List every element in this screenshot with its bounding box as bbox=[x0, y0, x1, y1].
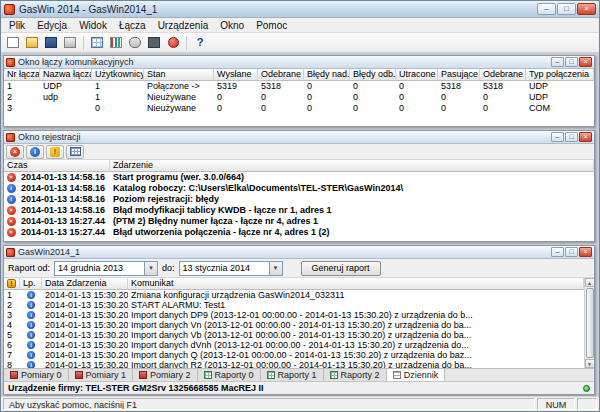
menu-item-urzadzenia[interactable]: Urządzenia bbox=[152, 19, 215, 32]
links-minimize-button[interactable] bbox=[551, 57, 564, 67]
scroll-down-icon[interactable] bbox=[585, 359, 595, 368]
lp-cell: 1 bbox=[4, 290, 20, 300]
close-button[interactable] bbox=[577, 3, 596, 15]
report-row[interactable]: 5i2014-01-13 15:30.20Import danych Vb (2… bbox=[4, 330, 584, 340]
log-row[interactable]: i2014-01-13 14:58.16Poziom rejestracji: … bbox=[4, 194, 594, 205]
chevron-down-icon[interactable] bbox=[144, 262, 157, 275]
open-folder-button[interactable] bbox=[23, 34, 41, 51]
links-window-titlebar[interactable]: Okno łączy komunikacyjnych bbox=[4, 56, 594, 69]
print-button[interactable] bbox=[61, 34, 79, 51]
report-minimize-button[interactable] bbox=[551, 247, 564, 257]
report-row[interactable]: 7i2014-01-13 15:30.20Import danych Q (20… bbox=[4, 350, 584, 360]
scrollbar-thumb[interactable] bbox=[586, 288, 594, 358]
log-window-titlebar[interactable]: Okno rejestracji bbox=[4, 131, 594, 144]
column-header-zdarzenie[interactable]: Zdarzenie bbox=[110, 160, 594, 172]
message-cell: Import danych DP9 (2013-12-01 00:00.00 -… bbox=[128, 310, 584, 320]
table-button[interactable] bbox=[88, 34, 106, 51]
menu-item-plik[interactable]: Plik bbox=[3, 19, 31, 32]
links-window-icon bbox=[6, 58, 15, 67]
tab-pomiary-1[interactable]: Pomiary 1 bbox=[69, 369, 134, 381]
menu-item-edycja[interactable]: Edycja bbox=[31, 19, 73, 32]
info-filter-button[interactable]: i bbox=[26, 145, 44, 159]
report-window-titlebar[interactable]: GasWin2014_1 bbox=[4, 246, 594, 259]
report-row[interactable]: 1i2014-01-13 15:30.20Zmiana konfiguracji… bbox=[4, 290, 584, 300]
log-row[interactable]: ×2014-01-13 14:58.16Start programu (wer.… bbox=[4, 172, 594, 183]
log-row[interactable]: ×2014-01-13 15:27.44Błąd utworzenia połą… bbox=[4, 227, 594, 238]
connection-status-icon bbox=[583, 385, 590, 392]
vertical-scrollbar[interactable] bbox=[584, 278, 594, 368]
save-button[interactable] bbox=[42, 34, 60, 51]
column-header-wyslane[interactable]: Wysłane bbox=[214, 69, 258, 81]
tab-raporty-2[interactable]: Raporty 2 bbox=[324, 369, 387, 381]
log-event-cell: Błąd modyfikacji tablicy KWDB - łącze nr… bbox=[110, 205, 594, 216]
chevron-down-icon[interactable] bbox=[269, 262, 282, 275]
report-row[interactable]: 4i2014-01-13 15:30.20Import danych Vn (2… bbox=[4, 320, 584, 330]
alarm-button[interactable] bbox=[164, 34, 182, 51]
menu-item-okno[interactable]: Okno bbox=[214, 19, 250, 32]
column-header-uzytkownicy[interactable]: Użytkownicy bbox=[92, 69, 144, 81]
column-header-bledy-nad[interactable]: Błędy nad. bbox=[304, 69, 350, 81]
column-header-typ-polaczenia[interactable]: Typ połączenia bbox=[526, 69, 594, 81]
warning-filter-button[interactable]: ! bbox=[46, 145, 64, 159]
column-header-czas[interactable]: Czas bbox=[4, 160, 110, 172]
grid-button[interactable] bbox=[66, 145, 84, 159]
log-close-button[interactable] bbox=[579, 132, 592, 142]
menu-item-lacza[interactable]: Łącza bbox=[113, 19, 152, 32]
links-table-row[interactable]: 1UDP1Połączone ->5319531800053185318UDP bbox=[4, 81, 594, 92]
report-window-icon bbox=[6, 248, 15, 257]
chart-button[interactable] bbox=[107, 34, 125, 51]
log-time-cell: 2014-01-13 14:58.16 bbox=[18, 205, 110, 216]
titlebar[interactable]: GasWin 2014 - GasWin2014_1 bbox=[1, 1, 599, 18]
tab-pomiary-2[interactable]: Pomiary 2 bbox=[133, 369, 198, 381]
tab-pomiary-0[interactable]: Pomiary 0 bbox=[4, 369, 69, 381]
generate-report-button[interactable]: Generuj raport bbox=[301, 261, 381, 276]
report-row[interactable]: 6i2014-01-13 15:30.20Import danych dVnh … bbox=[4, 340, 584, 350]
column-header-nr-lacza[interactable]: Nr łącza bbox=[4, 69, 40, 81]
report-row[interactable]: 8i2014-01-13 15:30.20Import danych R2 (2… bbox=[4, 360, 584, 368]
log-minimize-button[interactable] bbox=[551, 132, 564, 142]
scroll-up-icon[interactable] bbox=[585, 278, 595, 287]
log-row[interactable]: i2014-01-13 14:58.16Katalog roboczy: C:\… bbox=[4, 183, 594, 194]
column-header-nazwa-lacza[interactable]: Nazwa łącza bbox=[40, 69, 92, 81]
menu-item-widok[interactable]: Widok bbox=[73, 19, 113, 32]
report-window-controls bbox=[551, 247, 592, 257]
report-to-date-picker[interactable]: 13 stycznia 2014 bbox=[179, 261, 283, 276]
report-row[interactable]: 3i2014-01-13 15:30.20Import danych DP9 (… bbox=[4, 310, 584, 320]
column-header-bledy-odb[interactable]: Błędy odb. bbox=[350, 69, 396, 81]
links-close-button[interactable] bbox=[579, 57, 592, 67]
tab-raporty-0[interactable]: Raporty 0 bbox=[198, 369, 261, 381]
minimize-button[interactable] bbox=[537, 3, 556, 15]
menu-item-pomoc[interactable]: Pomoc bbox=[250, 19, 293, 32]
new-document-button[interactable] bbox=[4, 34, 22, 51]
column-header-data-zdarzenia[interactable]: Data Zdarzenia bbox=[42, 278, 128, 290]
report-from-date-picker[interactable]: 14 grudnia 2013 bbox=[54, 261, 158, 276]
chart-icon bbox=[110, 37, 122, 48]
tab-dziennik[interactable]: Dziennik bbox=[387, 369, 446, 381]
links-maximize-button[interactable] bbox=[565, 57, 578, 67]
links-table-row[interactable]: 30Nieużywane0000000COM bbox=[4, 103, 594, 114]
links-table-row[interactable]: 2udp1Nieużywane0000000UDP bbox=[4, 92, 594, 103]
row-icon-cell: i bbox=[20, 301, 42, 309]
column-header-lp[interactable]: Lp. bbox=[20, 278, 42, 290]
log-row[interactable]: ×2014-01-13 14:58.16Błąd modyfikacji tab… bbox=[4, 205, 594, 216]
error-filter-button[interactable]: × bbox=[6, 145, 24, 159]
column-header-pasujace[interactable]: Pasujące bbox=[438, 69, 480, 81]
devices-button[interactable] bbox=[145, 34, 163, 51]
column-header-utracone[interactable]: Utracone bbox=[396, 69, 438, 81]
help-button[interactable]: ? bbox=[191, 34, 209, 51]
info-icon: i bbox=[27, 301, 35, 309]
column-header-komunikat[interactable]: Komunikat bbox=[128, 278, 584, 290]
links-button[interactable] bbox=[126, 34, 144, 51]
column-header-stan[interactable]: Stan bbox=[144, 69, 214, 81]
column-header-odebrane[interactable]: Odebrane bbox=[480, 69, 526, 81]
log-row[interactable]: ×2014-01-13 15:27.44(PTM 2) Błędny numer… bbox=[4, 216, 594, 227]
maximize-button[interactable] bbox=[557, 3, 576, 15]
report-row[interactable]: 2i2014-01-13 15:30.20START ALARMU: Test1 bbox=[4, 300, 584, 310]
report-header-icon-cell[interactable]: ! bbox=[4, 278, 20, 290]
log-maximize-button[interactable] bbox=[565, 132, 578, 142]
report-maximize-button[interactable] bbox=[565, 247, 578, 257]
tab-raporty-1[interactable]: Raporty 1 bbox=[261, 369, 324, 381]
column-header-odebrane[interactable]: Odebrane bbox=[258, 69, 304, 81]
report-close-button[interactable] bbox=[579, 247, 592, 257]
table-cell: 0 bbox=[258, 92, 304, 103]
